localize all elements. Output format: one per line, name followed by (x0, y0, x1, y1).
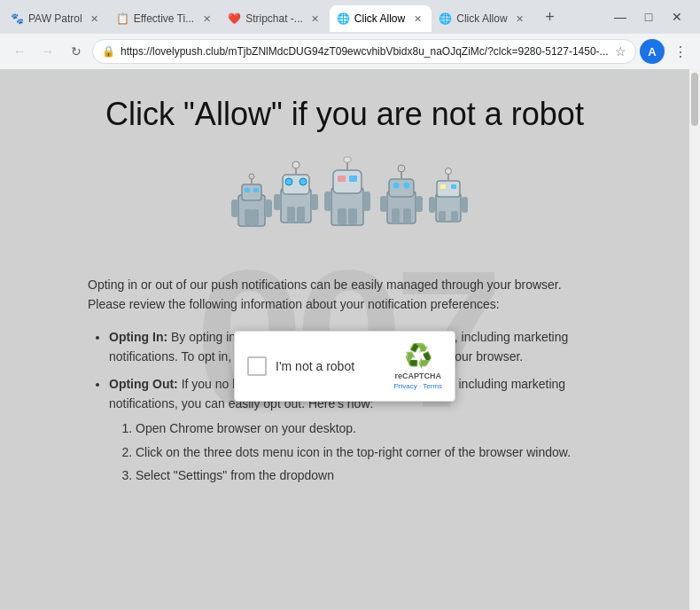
svg-rect-4 (245, 188, 250, 192)
svg-rect-27 (348, 208, 357, 224)
svg-point-15 (299, 178, 307, 185)
tab3-close[interactable]: ✕ (308, 12, 323, 26)
svg-rect-6 (245, 209, 252, 225)
steps-list: Open Chrome browser on your desktop. Cli… (109, 418, 602, 485)
address-bar[interactable]: 🔒 https://lovelypush.club/mTjbZNlMdcDUG9… (92, 39, 636, 64)
tab1-close[interactable]: ✕ (88, 12, 102, 26)
step-3: Select "Settings" from the dropdown (136, 465, 602, 485)
window-controls: — □ ✕ (608, 4, 696, 29)
tab1-favicon: 🐾 (11, 12, 23, 25)
svg-point-34 (393, 183, 400, 189)
back-button[interactable]: ← (7, 39, 32, 64)
content-wrapper: 007 Click "Allow" if you are not a robot (0, 69, 700, 610)
svg-rect-9 (265, 199, 272, 217)
tab2-title: Effective Ti... (134, 12, 194, 25)
intro-paragraph: Opting in or out of our push notificatio… (88, 275, 602, 315)
maximize-button[interactable]: □ (636, 4, 661, 29)
svg-rect-24 (338, 176, 346, 182)
svg-rect-19 (311, 194, 318, 210)
tab5-title: Click Allow (456, 12, 507, 25)
svg-point-43 (446, 168, 452, 175)
svg-rect-29 (363, 192, 370, 211)
step-1: Open Chrome browser on your desktop. (136, 418, 602, 438)
scrollbar-track[interactable] (689, 69, 700, 610)
svg-rect-37 (403, 208, 411, 223)
recaptcha-label: I'm not a robot (276, 359, 354, 373)
svg-rect-45 (451, 184, 456, 189)
page-background: 007 Click "Allow" if you are not a robot (0, 69, 689, 610)
svg-rect-39 (416, 196, 423, 212)
svg-rect-41 (437, 181, 460, 197)
scrollbar-thumb[interactable] (691, 73, 698, 126)
svg-point-35 (404, 183, 410, 189)
tab4-favicon: 🌐 (337, 12, 349, 25)
svg-rect-17 (297, 207, 305, 223)
tab-stripchat[interactable]: ❤️ Stripchat -... ✕ (221, 5, 330, 32)
tab4-title: Click Allow (354, 12, 405, 25)
svg-rect-16 (287, 207, 295, 223)
svg-point-14 (285, 178, 292, 185)
svg-rect-8 (231, 199, 238, 217)
svg-rect-47 (451, 211, 458, 222)
robot-image-container (88, 151, 602, 257)
recaptcha-modal: I'm not a robot ♻️ reCAPTCHA Privacy · T… (234, 331, 455, 402)
svg-rect-38 (380, 196, 387, 212)
recaptcha-links-text: Privacy · Terms (393, 382, 442, 390)
tab4-close[interactable]: ✕ (410, 12, 424, 26)
tab3-title: Stripchat -... (245, 12, 303, 25)
recaptcha-branding: ♻️ reCAPTCHA Privacy · Terms (393, 342, 442, 390)
step-2: Click on the three dots menu icon in the… (136, 442, 602, 462)
opting-in-label: Opting In: (109, 330, 167, 344)
tab5-favicon: 🌐 (439, 12, 451, 25)
page-content: 007 Click "Allow" if you are not a robot (0, 69, 689, 610)
robot-illustration (221, 151, 469, 257)
browser-frame: 🐾 PAW Patrol ✕ 📋 Effective Ti... ✕ ❤️ St… (0, 0, 700, 610)
svg-rect-49 (462, 197, 468, 213)
new-tab-button[interactable]: + (538, 4, 563, 29)
svg-rect-46 (439, 211, 446, 222)
svg-rect-36 (392, 208, 400, 223)
recaptcha-checkbox[interactable] (247, 356, 267, 376)
main-heading: Click "Allow" if you are not a robot (88, 96, 602, 133)
recaptcha-left: I'm not a robot (247, 356, 354, 376)
page-inner: Click "Allow" if you are not a robot (35, 69, 655, 520)
svg-rect-25 (349, 176, 357, 182)
svg-rect-18 (274, 194, 281, 210)
svg-rect-23 (344, 157, 351, 162)
close-button[interactable]: ✕ (665, 4, 689, 29)
tab-effective[interactable]: 📋 Effective Ti... ✕ (109, 5, 221, 32)
reload-button[interactable]: ↻ (64, 39, 89, 64)
svg-rect-48 (429, 197, 435, 213)
svg-rect-21 (333, 170, 362, 193)
tab2-close[interactable]: ✕ (199, 12, 214, 26)
tab2-favicon: 📋 (116, 12, 128, 25)
svg-point-3 (249, 174, 254, 179)
lock-icon: 🔒 (102, 45, 115, 58)
browser-menu-button[interactable]: ⋮ (668, 39, 693, 64)
bookmark-star-icon[interactable]: ☆ (615, 44, 626, 59)
svg-rect-7 (252, 209, 259, 225)
svg-rect-26 (338, 208, 346, 224)
tab1-title: PAW Patrol (28, 12, 82, 25)
svg-point-13 (292, 161, 299, 168)
tab-click-allow-active[interactable]: 🌐 Click Allow ✕ (330, 5, 432, 32)
svg-rect-5 (253, 188, 259, 192)
tab-paw-patrol[interactable]: 🐾 PAW Patrol ✕ (4, 5, 109, 32)
tab5-close[interactable]: ✕ (513, 12, 527, 26)
opting-out-label: Opting Out: (109, 377, 178, 391)
svg-rect-31 (389, 179, 414, 197)
tab-bar: 🐾 PAW Patrol ✕ 📋 Effective Ti... ✕ ❤️ St… (0, 0, 700, 34)
recaptcha-brand-text: reCAPTCHA (394, 371, 441, 380)
minimize-button[interactable]: — (608, 4, 633, 29)
address-text: https://lovelypush.club/mTjbZNlMdcDUG94z… (121, 45, 610, 58)
svg-point-33 (398, 165, 405, 172)
svg-rect-44 (440, 184, 446, 189)
browser-toolbar: ← → ↻ 🔒 https://lovelypush.club/mTjbZNlM… (0, 34, 700, 69)
profile-button[interactable]: A (640, 39, 665, 64)
svg-rect-1 (242, 184, 261, 200)
recaptcha-logo-icon: ♻️ (404, 342, 432, 370)
svg-rect-28 (324, 192, 331, 211)
forward-button[interactable]: → (35, 39, 60, 64)
tab3-favicon: ❤️ (228, 12, 240, 25)
tab-click-allow-2[interactable]: 🌐 Click Allow ✕ (432, 5, 533, 32)
